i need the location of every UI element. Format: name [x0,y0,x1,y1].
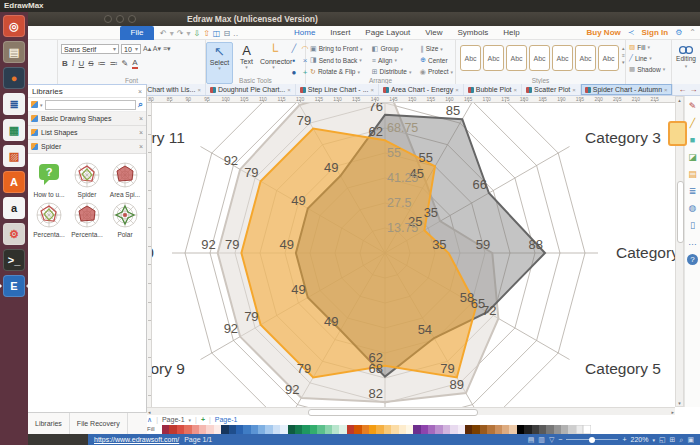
style-preset-2[interactable]: Abc [483,45,504,71]
palette-swatch[interactable] [369,425,376,434]
library-section-close-icon[interactable]: × [139,115,143,122]
palette-swatch[interactable] [428,425,435,434]
palette-swatch[interactable] [251,425,258,434]
tab-close-icon[interactable]: × [197,87,201,93]
vertical-scroll-thumb[interactable] [677,181,684,243]
palette-swatch[interactable] [532,425,539,434]
format-painter-icon[interactable]: ✎ [687,101,698,112]
doc-tab-6[interactable]: Scatter Plot× [522,84,581,95]
share-icon[interactable]: ≺ [628,26,635,40]
library-search-input[interactable] [45,100,136,110]
arrange-rotate-flip[interactable]: ↻Rotate & Flip▾ [310,68,372,76]
format-shadow[interactable]: ▩Shadow▾ [629,65,671,73]
palette-swatch[interactable] [509,425,516,434]
palette-swatch[interactable] [487,425,494,434]
palette-swatch[interactable] [273,425,280,434]
file-button[interactable]: File [120,26,154,40]
palette-swatch[interactable] [406,425,413,434]
launcher-files[interactable]: ▤ [3,41,25,63]
font-style-icon-1[interactable]: I [72,59,75,68]
palette-swatch[interactable] [517,425,524,434]
comment-icon[interactable]: … [687,237,698,248]
font-family-select[interactable]: Sans Serif▾ [61,44,119,54]
library-section-close-icon[interactable]: × [139,143,143,150]
palette-swatch[interactable] [362,425,369,434]
doc-tab-3[interactable]: Step Line Chart - ...× [296,84,379,95]
font-size-tool-icon[interactable]: A▴ [143,45,153,52]
palette-swatch[interactable] [465,425,472,434]
palette-swatch[interactable] [524,425,531,434]
styles-scroll[interactable]: ▴≡▾ [621,45,625,66]
palette-swatch[interactable] [391,425,398,434]
arrange-protect[interactable]: ◉Protect▾ [420,68,453,76]
palette-swatch[interactable] [280,425,287,434]
doc-tab-1[interactable]: Spider Chart with Lis...× [147,84,206,95]
launcher-ubuntu-dash[interactable]: ◎ [3,15,25,37]
arrange-distribute[interactable]: ⊞Distribute▾ [372,68,420,76]
redo-caret-icon[interactable]: ▾ [186,29,190,38]
palette-swatch[interactable] [576,425,583,434]
arrange-send-to-back[interactable]: ◨Send to Back▾ [310,56,372,64]
undo-icon[interactable]: ↶ [160,29,167,38]
palette-swatch[interactable] [258,425,265,434]
tab-scroll-right-icon[interactable]: → [690,85,698,94]
palette-swatch[interactable] [495,425,502,434]
window-titlebar[interactable]: Edraw Max (Unlicensed Version) [28,12,700,26]
palette-swatch[interactable] [450,425,457,434]
palette-swatch[interactable] [421,425,428,434]
style-preset-5[interactable]: Abc [552,45,573,71]
page-select[interactable]: Page-1 [162,416,185,423]
fit-window-icon[interactable]: ◱ [659,436,666,444]
sign-in-link[interactable]: Sign In [641,26,668,40]
library-shape-4[interactable]: Percenta... [30,202,68,238]
line-tool-icon[interactable]: ╱ [289,44,299,55]
collapse-ribbon-icon[interactable]: ⌃ [689,26,696,40]
library-shape-5[interactable]: Percenta... [68,202,106,238]
window-close-button[interactable] [104,15,112,23]
palette-swatch[interactable] [243,425,250,434]
library-section-list-shapes[interactable]: List Shapes× [28,126,146,140]
palette-swatch[interactable] [192,425,199,434]
library-shape-3[interactable]: Area Spi... [106,162,144,198]
font-style-icon-5[interactable]: ≕ [110,59,118,68]
outline-icon[interactable]: ≣ [687,186,698,197]
font-style-icon-2[interactable]: U [78,59,84,68]
palette-swatch[interactable] [221,425,228,434]
library-section-close-icon[interactable]: × [139,129,143,136]
import-icon[interactable]: ⇩ [193,29,200,38]
palette-swatch[interactable] [162,425,169,434]
collapse-pages-icon[interactable]: ∧ [147,416,152,424]
palette-swatch[interactable] [561,425,568,434]
magnifier-icon[interactable]: ⌕ [679,436,683,444]
palette-swatch[interactable] [295,425,302,434]
palette-swatch[interactable] [539,425,546,434]
grid-icon[interactable]: ⊞ [670,436,676,444]
tab-close-icon[interactable]: × [572,87,576,93]
arrange-bring-to-front[interactable]: ▣Bring to Front▾ [310,45,372,53]
window-maximize-button[interactable] [128,15,136,23]
palette-swatch[interactable] [354,425,361,434]
redo-icon[interactable]: ↷ [177,29,184,38]
spider-chart[interactable]: 9545355972898292929292947685668865546849… [147,103,675,407]
palette-swatch[interactable] [206,425,213,434]
palette-swatch[interactable] [199,425,206,434]
palette-swatch[interactable] [443,425,450,434]
selected-shape-indicator[interactable] [668,121,687,146]
font-style-icon-0[interactable]: B [62,59,68,68]
palette-swatch[interactable] [177,425,184,434]
scroll-down-icon[interactable]: ▾ [676,400,683,406]
library-shape-1[interactable]: ?How to u... [30,162,68,198]
add-page-button[interactable]: + [201,416,205,423]
palette-swatch[interactable] [376,425,383,434]
doc-tab-4[interactable]: Area Chart - Energy× [379,84,464,95]
normal-view-icon[interactable]: ▤ [528,436,535,444]
zoom-in-button[interactable]: + [622,436,626,443]
palette-swatch[interactable] [384,425,391,434]
page-caret-icon[interactable]: ▾ [189,417,192,423]
palette-swatch[interactable] [302,425,309,434]
doc-tab-2[interactable]: Doughnut Pie Chart...× [206,84,296,95]
rect-tool-icon[interactable]: ▪ [289,56,299,67]
insert-image-icon[interactable]: ◪ [687,152,698,163]
style-preset-6[interactable]: Abc [575,45,596,71]
save-icon[interactable]: ◫ [213,29,221,38]
